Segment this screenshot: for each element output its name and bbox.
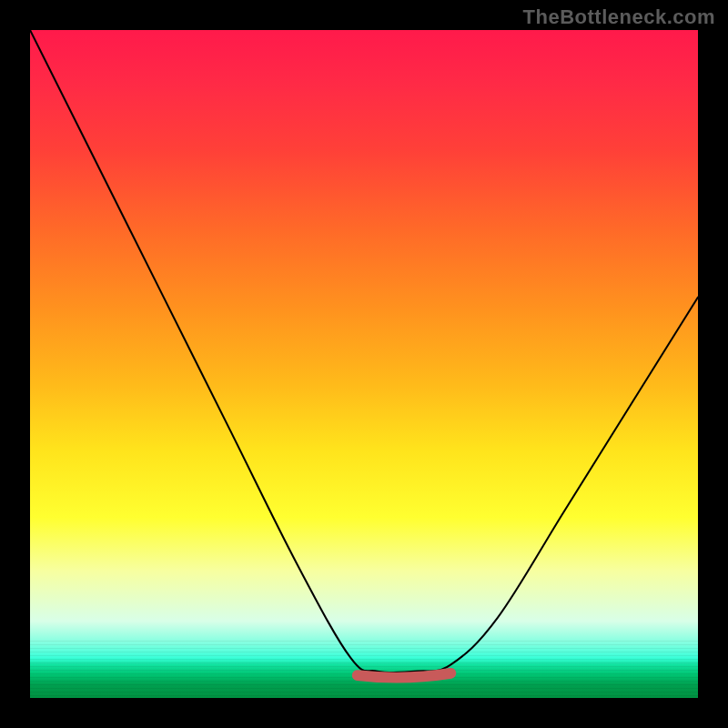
watermark-text: TheBottleneck.com	[523, 5, 715, 29]
bottleneck-curve	[30, 30, 698, 672]
curves-layer	[30, 30, 698, 698]
optimal-range-band	[358, 673, 451, 678]
chart-stage: TheBottleneck.com	[0, 0, 728, 728]
plot-area	[30, 30, 698, 698]
